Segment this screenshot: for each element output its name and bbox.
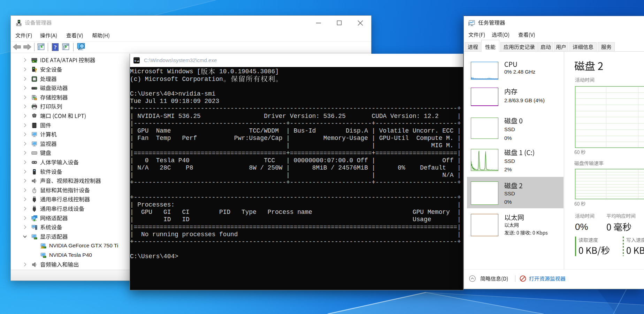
svg-text:?: ? [54,44,57,51]
svg-text:C:\: C:\ [135,59,140,62]
